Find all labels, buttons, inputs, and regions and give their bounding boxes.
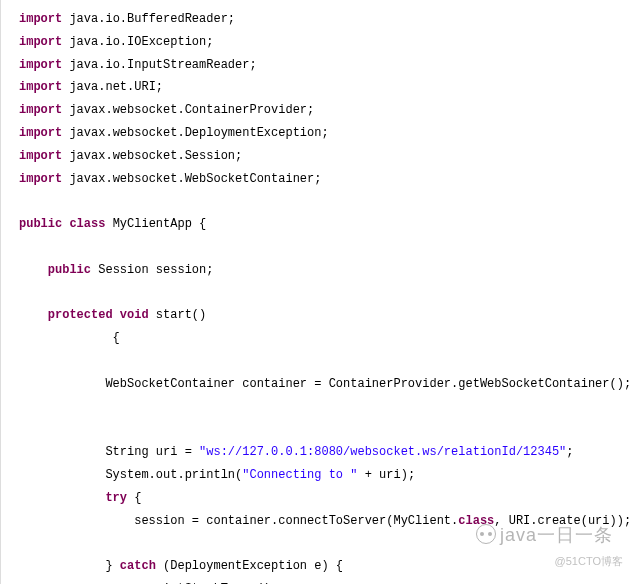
code-token: protected (48, 308, 113, 322)
code-token (19, 194, 26, 208)
code-token (19, 422, 26, 436)
code-token: System.out.println( (19, 468, 242, 482)
code-token: import (19, 80, 62, 94)
code-token: { (127, 491, 141, 505)
code-token: class (458, 514, 494, 528)
code-token: try (105, 491, 127, 505)
code-token: { (19, 331, 120, 345)
code-token: import (19, 35, 62, 49)
code-token: WebSocketContainer container = Container… (19, 377, 631, 391)
code-token (19, 286, 26, 300)
code-token: "Connecting to " (242, 468, 357, 482)
code-token: import (19, 149, 62, 163)
code-token (113, 308, 120, 322)
code-token (19, 308, 48, 322)
code-token: , URI.create(uri)); (494, 514, 631, 528)
code-token: MyClientApp { (105, 217, 206, 231)
code-token (19, 263, 48, 277)
code-token: void (120, 308, 149, 322)
code-token: (DeploymentException e) { (156, 559, 343, 573)
code-token (19, 240, 26, 254)
code-token: session = container.connectToServer(MyCl… (19, 514, 458, 528)
code-token: javax.websocket.DeploymentException; (62, 126, 328, 140)
code-block: import java.io.BufferedReader; import ja… (0, 0, 641, 584)
code-token: javax.websocket.WebSocketContainer; (62, 172, 321, 186)
code-token: import (19, 103, 62, 117)
code-token: catch (120, 559, 156, 573)
code-token (19, 354, 26, 368)
code-token: public (48, 263, 91, 277)
code-token: import (19, 12, 62, 26)
code-token: Session session; (91, 263, 213, 277)
code-token: String uri = (19, 445, 199, 459)
code-token: public (19, 217, 62, 231)
code-token: javax.websocket.Session; (62, 149, 242, 163)
code-token: "ws://127.0.0.1:8080/websocket.ws/relati… (199, 445, 566, 459)
code-token: ; (566, 445, 573, 459)
code-token: java.net.URI; (62, 80, 163, 94)
code-token: import (19, 58, 62, 72)
code-token: class (69, 217, 105, 231)
code-token: start() (149, 308, 207, 322)
code-token: import (19, 126, 62, 140)
code-token: javax.websocket.ContainerProvider; (62, 103, 314, 117)
code-token (19, 491, 105, 505)
code-token (19, 536, 26, 550)
code-token: java.io.InputStreamReader; (62, 58, 256, 72)
code-token: } (19, 559, 120, 573)
code-token: java.io.BufferedReader; (62, 12, 235, 26)
code-token: java.io.IOException; (62, 35, 213, 49)
code-token: import (19, 172, 62, 186)
code-token: + uri); (357, 468, 415, 482)
code-token (19, 400, 26, 414)
